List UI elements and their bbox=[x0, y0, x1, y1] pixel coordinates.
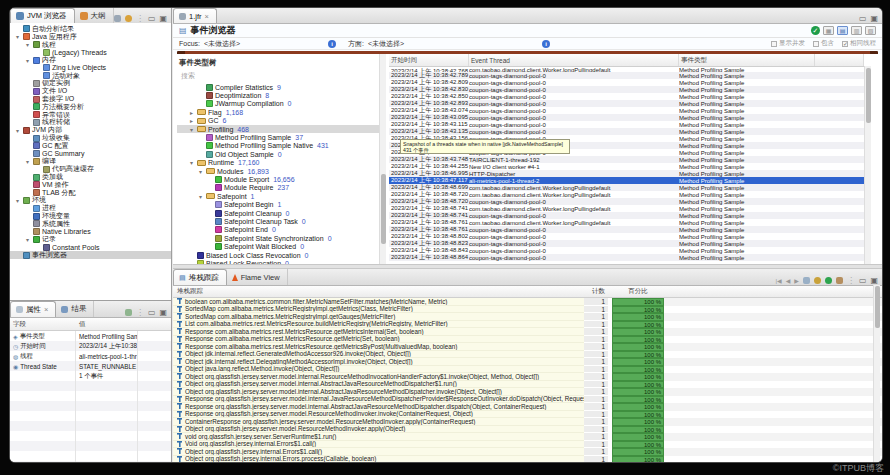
sidebar-tree-item[interactable]: 活动对象 bbox=[10, 72, 171, 80]
stack-frame-row[interactable]: Object org.glassfish.jersey.internal.Err… bbox=[173, 448, 882, 456]
column-count[interactable]: 计数 bbox=[584, 287, 608, 296]
stack-frame-row[interactable]: Object org.glassfish.jersey.server.model… bbox=[173, 426, 882, 434]
stack-frame-row[interactable]: ContainerResponse org.glassfish.jersey.s… bbox=[173, 418, 882, 426]
overflow-menu-icon[interactable]: ⋮ bbox=[847, 276, 855, 285]
stack-frame-row[interactable]: Object org.glassfish.jersey.server.model… bbox=[173, 381, 882, 389]
event-type-row[interactable]: ▾Profiling468 bbox=[177, 125, 379, 133]
stack-frame-row[interactable]: boolean com.alibaba.metrics.common.filte… bbox=[173, 298, 882, 306]
option-checkbox[interactable]: 包含 bbox=[813, 39, 834, 48]
event-type-row[interactable]: Safepoint State Synchronization0 bbox=[177, 234, 379, 242]
nav-prev-frame-icon[interactable]: ◀ bbox=[786, 277, 791, 284]
sidebar-tree-item[interactable]: ▾线程 bbox=[10, 41, 171, 49]
event-type-row[interactable]: Method Profiling Sample37 bbox=[177, 133, 379, 141]
sidebar-tree-item[interactable]: ▾内存 bbox=[10, 56, 171, 64]
info-icon[interactable]: i bbox=[328, 40, 336, 48]
maximize-icon[interactable]: ▣ bbox=[159, 15, 167, 23]
aspect-value[interactable]: <未做选择> bbox=[368, 39, 538, 49]
stack-frame-row[interactable]: Void org.glassfish.jersey.internal.Error… bbox=[173, 441, 882, 449]
stack-frame-row[interactable]: Response com.alibaba.metrics.rest.Metric… bbox=[173, 336, 882, 344]
view-rows-button[interactable]: ▥ bbox=[851, 26, 862, 35]
minimize-icon[interactable]: ▭ bbox=[148, 309, 156, 317]
sidebar-tree-item[interactable]: (Legacy) Threads bbox=[10, 48, 171, 56]
event-type-row[interactable]: Module Export16,656 bbox=[177, 175, 379, 183]
minimize-icon[interactable]: ▭ bbox=[148, 15, 156, 23]
layout-icon[interactable] bbox=[114, 15, 121, 22]
stack-frame-row[interactable]: Object java.lang.reflect.Method.invoke(O… bbox=[173, 366, 882, 374]
event-type-row[interactable]: Compiler Statistics9 bbox=[177, 83, 379, 91]
maximize-icon[interactable]: ▣ bbox=[870, 15, 878, 23]
thread-root-icon[interactable] bbox=[825, 277, 832, 284]
sidebar-tree-item[interactable]: 锁定实例 bbox=[10, 80, 171, 88]
option-checkbox[interactable]: ✓相同线程 bbox=[842, 39, 876, 48]
stack-frame-row[interactable]: Object org.glassfish.jersey.server.model… bbox=[173, 388, 882, 396]
maximize-icon[interactable]: ▣ bbox=[159, 309, 167, 317]
property-row[interactable]: ◉Thread StateSTATE_RUNNABLE bbox=[10, 361, 171, 371]
group-by-icon[interactable] bbox=[814, 277, 821, 284]
tab-stack-trace[interactable]: ▤ 堆栈跟踪 bbox=[173, 269, 227, 285]
column-field[interactable]: 字段 bbox=[10, 320, 76, 329]
nav-next-frame-icon[interactable]: ▶ bbox=[794, 277, 799, 284]
column-value[interactable]: 值 bbox=[76, 320, 138, 329]
sidebar-tree-item[interactable]: 代码高速缓存 bbox=[10, 165, 171, 173]
pin-icon[interactable] bbox=[125, 309, 132, 316]
sidebar-tree-item[interactable]: ▾JVM 内部 bbox=[10, 126, 171, 134]
event-type-row[interactable]: Safepoint Wait Blocked0 bbox=[177, 242, 379, 250]
nav-first-frame-icon[interactable]: |◀ bbox=[775, 277, 781, 284]
info-icon[interactable]: i bbox=[542, 40, 550, 48]
column-stack-trace[interactable]: 堆栈跟踪 bbox=[173, 287, 584, 296]
sidebar-tree-item[interactable]: 进程 bbox=[10, 204, 171, 212]
sidebar-tree-item[interactable]: ▾Java 应用程序 bbox=[10, 33, 171, 41]
stack-frame-row[interactable]: Response org.glassfish.jersey.server.mod… bbox=[173, 403, 882, 411]
tab-recording-file[interactable]: 1.jfr × bbox=[173, 8, 217, 23]
stack-scrollbar[interactable] bbox=[873, 285, 880, 462]
overflow-menu-icon[interactable]: ⋮ bbox=[136, 308, 144, 317]
property-row[interactable]: ◍线程ali-metrics-pool-1-thr bbox=[10, 351, 171, 361]
property-row[interactable]: ◈事件类型Method Profiling Samp bbox=[10, 331, 171, 341]
tab-results[interactable]: 结果 bbox=[56, 301, 94, 317]
event-types-filter-input[interactable]: 搜索 bbox=[177, 70, 379, 83]
option-checkbox[interactable]: 显示并发 bbox=[771, 39, 805, 48]
event-type-row[interactable]: Old Object Sample0 bbox=[177, 150, 379, 158]
column-percentage[interactable]: 百分比 bbox=[612, 287, 664, 296]
tab-flame-view[interactable]: Flame View bbox=[227, 269, 288, 285]
overflow-menu-icon[interactable]: ⋮ bbox=[136, 14, 144, 23]
minimize-icon[interactable]: ▭ bbox=[859, 277, 867, 285]
view-columns-button[interactable]: ▧ bbox=[865, 26, 876, 35]
stack-frame-row[interactable]: SortedMap com.alibaba.metrics.MetricRegi… bbox=[173, 306, 882, 314]
minimize-icon[interactable]: ▭ bbox=[859, 15, 867, 23]
view-table-button[interactable]: ▤ bbox=[837, 26, 848, 35]
stack-frame-row[interactable]: Response com.alibaba.metrics.rest.Metric… bbox=[173, 343, 882, 351]
sidebar-tree-item[interactable]: 事件浏览器 bbox=[10, 251, 171, 259]
sidebar-tree-item[interactable]: 类加载 bbox=[10, 173, 171, 181]
event-type-row[interactable]: Safepoint Cleanup0 bbox=[177, 209, 379, 217]
stack-frame-row[interactable]: Response com.alibaba.metrics.rest.Metric… bbox=[173, 328, 882, 336]
event-type-row[interactable]: Deoptimization8 bbox=[177, 91, 379, 99]
stack-frame-row[interactable]: Response org.glassfish.jersey.server.mod… bbox=[173, 411, 882, 419]
tab-outline[interactable]: 大纲 bbox=[75, 8, 114, 23]
sidebar-tree-item[interactable]: Native Libraries bbox=[10, 228, 171, 236]
stack-frame-row[interactable]: Object jdk.internal.reflect.DelegatingMe… bbox=[173, 358, 882, 366]
event-type-row[interactable]: ▸GC6 bbox=[177, 117, 379, 125]
sidebar-tree-item[interactable]: 文件 I/O bbox=[10, 87, 171, 95]
event-type-row[interactable]: Module Require237 bbox=[177, 184, 379, 192]
event-tree-scrollbar[interactable] bbox=[379, 54, 386, 264]
sidebar-tree-item[interactable]: 套接字 I/O bbox=[10, 95, 171, 103]
sidebar-tree-item[interactable]: 系统属性 bbox=[10, 220, 171, 228]
sidebar-tree-item[interactable]: GC 配置 bbox=[10, 142, 171, 150]
sidebar-tree-item[interactable]: Zing Live Objects bbox=[10, 64, 171, 72]
event-type-row[interactable]: ▾Modules16,893 bbox=[177, 167, 379, 175]
event-type-row[interactable]: ▸Flag1,168 bbox=[177, 108, 379, 116]
sidebar-tree-item[interactable]: ▾记录 bbox=[10, 236, 171, 244]
sidebar-tree-item[interactable]: 垃圾收集 bbox=[10, 134, 171, 142]
event-type-row[interactable]: JWarmup Compilation0 bbox=[177, 100, 379, 108]
sidebar-tree-item[interactable]: 方法概要分析 bbox=[10, 103, 171, 111]
tab-jvm-browser[interactable]: JVM 浏览器 bbox=[10, 8, 75, 23]
flag-icon[interactable] bbox=[125, 15, 132, 22]
event-type-row[interactable]: ▾Runtime17,160 bbox=[177, 159, 379, 167]
event-type-row[interactable]: Safepoint Cleanup Task0 bbox=[177, 217, 379, 225]
stack-frame-row[interactable]: Response org.glassfish.jersey.server.mod… bbox=[173, 396, 882, 404]
stack-frame-row[interactable]: SortedMap com.alibaba.metrics.MetricRegi… bbox=[173, 313, 882, 321]
event-table-row[interactable]: 2023/2/14 上午 10:38:48.864coupon-tags-dia… bbox=[389, 254, 864, 261]
column-event-thread[interactable]: Event Thread bbox=[469, 54, 679, 66]
column-event-type[interactable]: 事件类型 bbox=[679, 54, 815, 66]
